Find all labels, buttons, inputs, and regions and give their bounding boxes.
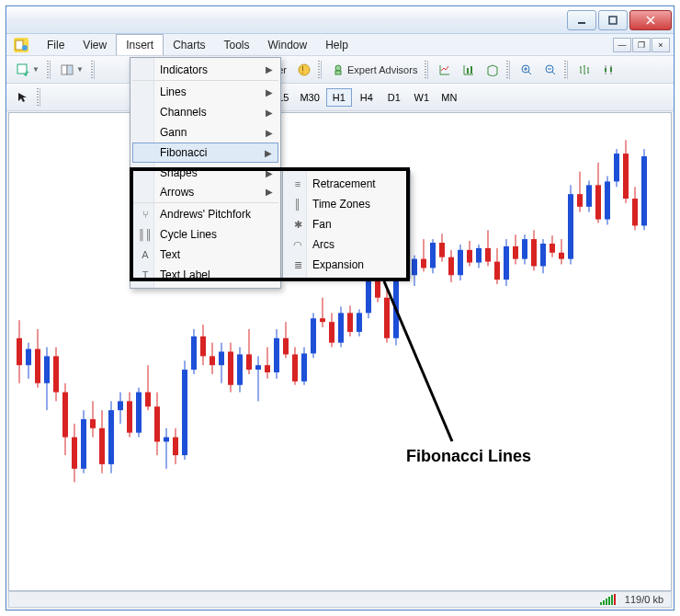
menu-item-text[interactable]: AText: [132, 245, 278, 265]
menu-help[interactable]: Help: [316, 35, 357, 55]
line-studies-toolbar: M1 M5 M15 M30 H1 H4 D1 W1 MN: [6, 84, 674, 111]
menu-item-cycle-lines[interactable]: ║║Cycle Lines: [132, 224, 278, 245]
candlestick-chart-button[interactable]: [597, 60, 619, 80]
periodicity-button[interactable]: [458, 60, 480, 80]
svg-rect-17: [605, 68, 606, 72]
text-icon: A: [138, 247, 153, 262]
menu-item-gann[interactable]: Gann▶: [132, 122, 278, 143]
menu-item-fib-arcs[interactable]: ◠Arcs: [285, 234, 408, 255]
templates-button[interactable]: [482, 60, 504, 80]
svg-rect-82: [301, 353, 307, 381]
svg-rect-14: [470, 66, 472, 74]
fib-expansion-icon: ≣: [290, 257, 305, 272]
svg-rect-148: [605, 181, 610, 219]
svg-rect-70: [246, 354, 252, 370]
svg-rect-140: [568, 194, 573, 259]
zoom-in-button[interactable]: [516, 60, 538, 80]
window-maximize-button[interactable]: [598, 10, 628, 30]
mdi-close-button[interactable]: ×: [652, 38, 670, 52]
svg-rect-108: [421, 259, 426, 268]
svg-rect-38: [99, 428, 105, 464]
window-close-button[interactable]: [629, 10, 672, 30]
svg-text:!: !: [301, 65, 304, 75]
timeframe-h4[interactable]: H4: [354, 88, 380, 107]
menu-charts[interactable]: Charts: [164, 35, 214, 55]
timeframe-m30[interactable]: M30: [295, 88, 323, 107]
svg-rect-34: [81, 419, 86, 469]
insert-menu-popup: Indicators▶ Lines▶ Channels▶ Gann▶ Fibon…: [130, 57, 281, 289]
svg-rect-56: [182, 370, 187, 455]
svg-point-3: [22, 45, 28, 51]
indicators-list-button[interactable]: [434, 60, 456, 80]
menu-item-fib-fan[interactable]: ✱Fan: [285, 214, 408, 234]
svg-rect-84: [311, 318, 316, 353]
app-icon: [12, 36, 30, 54]
menu-item-lines[interactable]: Lines▶: [132, 82, 278, 102]
menu-item-indicators[interactable]: Indicators▶: [132, 61, 278, 81]
expert-advisors-button[interactable]: Expert Advisors: [327, 60, 422, 80]
svg-rect-18: [610, 67, 612, 72]
statusbar: 119/0 kb: [8, 591, 672, 608]
menu-item-channels[interactable]: Channels▶: [132, 102, 278, 122]
timeframe-d1[interactable]: D1: [381, 88, 407, 107]
svg-rect-24: [35, 349, 40, 383]
svg-rect-80: [292, 354, 298, 381]
cycle-lines-icon: ║║: [138, 227, 153, 242]
menu-item-shapes[interactable]: Shapes▶: [132, 163, 278, 183]
svg-rect-114: [448, 257, 454, 276]
timeframe-mn[interactable]: MN: [436, 88, 462, 107]
zoom-out-button[interactable]: [539, 60, 561, 80]
svg-rect-136: [550, 244, 555, 253]
menu-tools[interactable]: Tools: [215, 35, 259, 55]
standard-toolbar: +▼ ▼ w Order ! Expert Advisors: [6, 56, 674, 84]
svg-rect-66: [228, 352, 233, 385]
svg-rect-54: [173, 438, 178, 456]
timeframe-h1[interactable]: H1: [326, 88, 352, 107]
fib-arcs-icon: ◠: [290, 237, 305, 252]
svg-rect-30: [62, 393, 68, 438]
svg-rect-7: [67, 65, 73, 74]
svg-rect-138: [559, 253, 564, 259]
svg-rect-110: [430, 243, 436, 268]
svg-rect-90: [338, 313, 344, 342]
profiles-button[interactable]: ▼: [56, 60, 88, 80]
svg-point-11: [335, 65, 341, 71]
menu-file[interactable]: File: [38, 35, 74, 55]
menu-item-arrows[interactable]: Arrows▶: [132, 183, 278, 203]
svg-rect-74: [265, 365, 270, 372]
menu-insert[interactable]: Insert: [116, 34, 164, 55]
window-minimize-button[interactable]: [567, 10, 596, 30]
bar-chart-button[interactable]: [573, 60, 595, 80]
menu-window[interactable]: Window: [259, 35, 317, 55]
svg-rect-116: [458, 250, 463, 275]
svg-rect-12: [335, 71, 341, 74]
svg-rect-72: [255, 365, 261, 370]
fib-retracement-icon: ≡: [290, 177, 305, 191]
menu-view[interactable]: View: [74, 35, 116, 55]
svg-text:+: +: [25, 68, 29, 76]
svg-rect-26: [44, 356, 50, 382]
svg-rect-76: [274, 338, 279, 372]
svg-rect-106: [412, 259, 417, 276]
new-chart-button[interactable]: +▼: [12, 60, 44, 80]
autotrading-button[interactable]: !: [293, 60, 315, 80]
menu-item-fib-retracement[interactable]: ≡Retracement: [285, 174, 408, 194]
menu-item-fibonacci[interactable]: Fibonacci▶: [132, 143, 278, 163]
svg-rect-28: [53, 356, 59, 392]
menu-item-andrews-pitchfork[interactable]: ⑂Andrews' Pitchfork: [132, 204, 278, 224]
menu-item-text-label[interactable]: TText Label: [132, 265, 278, 285]
timeframe-w1[interactable]: W1: [409, 88, 435, 107]
svg-rect-86: [320, 318, 325, 322]
cursor-button[interactable]: [12, 87, 34, 108]
fib-fan-icon: ✱: [290, 217, 305, 232]
svg-rect-20: [17, 338, 22, 365]
menu-item-fib-timezones[interactable]: ║Time Zones: [285, 194, 408, 214]
mdi-restore-button[interactable]: ❐: [632, 38, 651, 52]
menu-item-fib-expansion[interactable]: ≣Expansion: [285, 255, 408, 275]
svg-rect-88: [329, 322, 334, 343]
svg-rect-134: [540, 244, 546, 266]
mdi-minimize-button[interactable]: —: [613, 38, 631, 52]
expert-advisors-label: Expert Advisors: [347, 64, 417, 75]
svg-rect-156: [641, 156, 647, 225]
svg-rect-122: [485, 248, 491, 262]
